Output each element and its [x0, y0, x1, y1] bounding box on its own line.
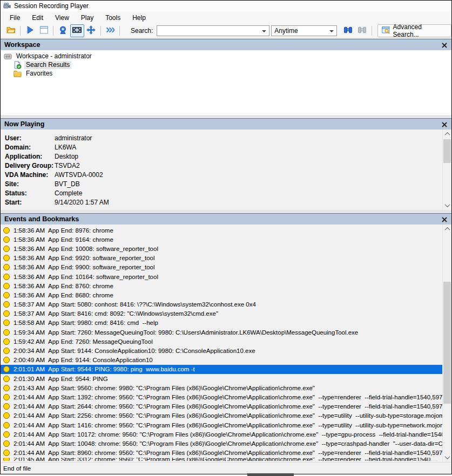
event-time: 2:01:44 AM — [14, 440, 48, 447]
field-label: User: — [1, 134, 55, 142]
event-row[interactable]: 2:01:45 AM App Start: 3312: chrome: 9560… — [1, 458, 442, 461]
close-icon[interactable] — [441, 42, 448, 49]
menu-item[interactable]: Play — [75, 12, 99, 23]
event-row[interactable]: 2:00:34 AM App Start: 9144: ConsoleAppli… — [1, 346, 442, 355]
event-text: App End: 9900: software_reporter_tool — [48, 264, 155, 270]
event-row[interactable]: 2:01:01 AM App Start: 9544: PING: 9980: … — [1, 365, 442, 374]
events-panel: Events and Bookmarks 1:58:36 AM App End:… — [1, 213, 451, 462]
advanced-search-button[interactable]: Advanced Search... — [377, 24, 451, 37]
event-text: App End: 9544: PING — [48, 376, 108, 382]
event-time: 1:58:58 AM — [14, 319, 48, 326]
play-button[interactable] — [23, 24, 37, 37]
events-list: 1:58:36 AM App End: 8976: chrome 1:58:36… — [1, 226, 442, 462]
open-file-button[interactable] — [4, 24, 18, 37]
close-icon[interactable] — [441, 121, 448, 128]
event-time: 2:00:49 AM — [14, 357, 48, 363]
tree-item-label: Search Results — [24, 61, 71, 69]
binoculars-search-icon — [343, 25, 353, 37]
projector-button[interactable] — [56, 24, 70, 37]
bookmark-dot-icon — [3, 246, 10, 252]
time-filter-dropdown[interactable]: Anytime — [271, 25, 337, 36]
more-tools-button[interactable] — [103, 24, 117, 37]
event-text: App Start: 9560: chrome: 9980: "C:\Progr… — [48, 385, 315, 391]
event-row[interactable]: 1:59:42 AM App End: 7260: MessageQueuing… — [1, 337, 442, 346]
events-title: Events and Bookmarks — [4, 215, 79, 223]
toolbar-separator — [53, 26, 53, 36]
find-button[interactable] — [341, 24, 355, 37]
film-strip-button[interactable] — [70, 24, 84, 37]
event-row[interactable]: 1:58:36 AM App End: 8760: chrome — [1, 281, 442, 290]
now-playing-title: Now Playing — [4, 120, 44, 128]
event-row[interactable]: 1:58:36 AM App End: 8680: chrome — [1, 290, 442, 300]
menu-item[interactable]: Tools — [99, 12, 126, 23]
event-time: 1:59:42 AM — [14, 338, 48, 345]
menu-item[interactable]: View — [49, 12, 75, 23]
now-playing-header: Now Playing — [1, 118, 451, 130]
bookmark-dot-icon — [3, 422, 10, 429]
event-row[interactable]: 1:59:34 AM App Start: 7260: MessageQueui… — [1, 328, 442, 337]
event-row[interactable]: 1:58:36 AM App End: 10164: software_repo… — [1, 272, 442, 281]
find-stop-button[interactable] — [355, 24, 369, 37]
field-label: Domain: — [1, 144, 55, 151]
now-playing-scrollbar[interactable] — [442, 130, 451, 210]
event-row[interactable]: 1:58:37 AM App Start: 8416: cmd: 8092: "… — [1, 309, 442, 318]
bookmark-dot-icon — [3, 394, 10, 400]
menu-item[interactable]: Edit — [26, 12, 49, 23]
bookmark-dot-icon — [3, 357, 10, 363]
event-row[interactable]: 2:01:44 AM App Start: 10048: chrome: 956… — [1, 439, 442, 448]
advanced-search-icon — [382, 26, 390, 36]
event-row[interactable]: 1:58:37 AM App Start: 5080: conhost: 841… — [1, 300, 442, 309]
scroll-up-icon[interactable] — [443, 130, 451, 139]
event-row[interactable]: 2:01:30 AM App End: 9544: PING — [1, 374, 442, 383]
event-row[interactable]: 1:58:36 AM App End: 8976: chrome — [1, 226, 442, 235]
event-text: App End: 10008: software_reporter_tool — [48, 246, 158, 252]
toolbar-separator — [100, 26, 101, 36]
tree-item-search-results[interactable]: Search Results — [1, 60, 451, 69]
event-row[interactable]: 2:01:44 AM App Start: 2256: chrome: 9560… — [1, 411, 442, 420]
close-icon[interactable] — [441, 216, 448, 223]
search-input[interactable] — [157, 25, 269, 36]
time-filter-value: Anytime — [274, 27, 298, 35]
player-view-button[interactable] — [37, 24, 51, 37]
pan-button[interactable] — [84, 24, 98, 37]
search-results-icon — [14, 61, 22, 69]
field-value: BVT_DB — [55, 180, 80, 188]
event-row[interactable]: 1:58:36 AM App End: 9900: software_repor… — [1, 263, 442, 272]
bookmark-dot-icon — [3, 412, 10, 419]
event-row[interactable]: 2:01:44 AM App Start: 1392: chrome: 9560… — [1, 392, 442, 402]
scrollbar-thumb[interactable] — [443, 139, 451, 163]
event-time: 2:01:44 AM — [14, 431, 48, 438]
scrollbar-thumb[interactable] — [443, 282, 451, 404]
event-row[interactable]: 1:58:36 AM App End: 10008: software_repo… — [1, 244, 442, 253]
field-label: Site: — [1, 180, 55, 188]
scroll-down-icon[interactable] — [443, 453, 451, 462]
field-value: Complete — [55, 189, 82, 197]
toolbar-separator — [372, 26, 372, 36]
menu-bar: File Edit View Play Tools Help — [1, 11, 451, 24]
event-row[interactable]: 2:01:44 AM App Start: 2644: chrome: 9560… — [1, 402, 442, 411]
bookmark-dot-icon — [3, 348, 10, 354]
events-scrollbar[interactable] — [442, 225, 451, 462]
event-row[interactable]: 2:01:44 AM App Start: 8960: chrome: 9560… — [1, 448, 442, 458]
field-value: 9/14/2020 1:57 AM — [55, 199, 109, 206]
tree-item-favorites[interactable]: Favorites — [1, 69, 451, 78]
menu-item[interactable]: Help — [126, 12, 152, 23]
event-row[interactable]: 1:58:58 AM App Start: 9980: cmd: 8416: c… — [1, 318, 442, 328]
field-label: Status: — [1, 189, 55, 197]
event-row[interactable]: 2:00:49 AM App End: 9144: ConsoleApplica… — [1, 356, 442, 365]
scroll-down-icon[interactable] — [443, 201, 451, 210]
session-info-fields: User: administrator Domain: LK6WA Applic… — [1, 133, 442, 207]
status-bar: End of file — [1, 462, 451, 474]
tree-item-workspace-root[interactable]: Workspace - administrator — [1, 52, 451, 60]
event-time: 1:58:36 AM — [14, 246, 48, 252]
title-bar: Session Recording Player — [1, 1, 451, 11]
bookmark-dot-icon — [3, 227, 10, 234]
scroll-up-icon[interactable] — [443, 225, 451, 234]
event-row[interactable]: 2:01:43 AM App Start: 9560: chrome: 9980… — [1, 383, 442, 392]
menu-item[interactable]: File — [4, 12, 26, 23]
event-row[interactable]: 1:58:36 AM App End: 9920: software_repor… — [1, 254, 442, 263]
event-row[interactable]: 1:58:36 AM App End: 9164: chrome — [1, 235, 442, 244]
event-time: 2:01:44 AM — [14, 450, 48, 456]
event-row[interactable]: 2:01:44 AM App Start: 10172: chrome: 956… — [1, 430, 442, 439]
event-row[interactable]: 2:01:44 AM App Start: 1416: chrome: 9560… — [1, 420, 442, 430]
